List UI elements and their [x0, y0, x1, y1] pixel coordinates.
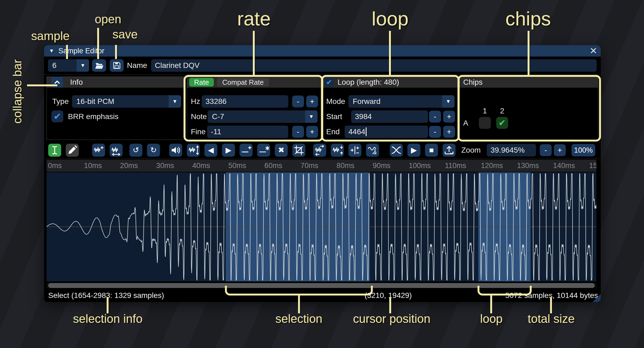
- folder-open-icon: [94, 61, 104, 70]
- type-label: Type: [52, 95, 69, 108]
- amplify-button[interactable]: [169, 144, 182, 157]
- preview-button[interactable]: ▶: [407, 144, 420, 157]
- annotation-box-rate: [184, 75, 323, 142]
- filter-icon: [367, 144, 378, 156]
- crossfade-button[interactable]: [390, 144, 403, 157]
- annotation-line-chips: [528, 31, 529, 77]
- stop-preview-button[interactable]: ■: [425, 144, 438, 157]
- annotation-rate: rate: [237, 8, 271, 30]
- invert-button[interactable]: [331, 144, 344, 157]
- annotation-chips: chips: [505, 8, 551, 30]
- select-mode-button[interactable]: [48, 144, 61, 157]
- draw-mode-button[interactable]: [66, 144, 79, 157]
- annotation-bracket-loop: [478, 286, 532, 296]
- ruler-tick-label: 140ms: [553, 160, 575, 172]
- ruler-tick-label: 150ms: [589, 160, 596, 172]
- normalize-button[interactable]: [187, 144, 200, 157]
- info-section: Info Type 16-bit PCM ▼ ✔ BRR emphasis: [47, 77, 186, 140]
- annotation-open: open: [95, 12, 121, 26]
- info-section-title: Info: [70, 78, 83, 87]
- insert-silence-button[interactable]: [240, 144, 253, 157]
- zoom-input[interactable]: 39.9645%: [487, 144, 536, 156]
- sample-name-value: Clarinet DQV: [155, 61, 200, 70]
- resize-grip[interactable]: [593, 294, 601, 302]
- redo-button[interactable]: ↻: [147, 144, 160, 157]
- silence-plus-icon: [240, 144, 252, 156]
- cross-icon: ✖: [278, 146, 284, 154]
- trim-button[interactable]: [292, 144, 305, 157]
- annotation-collapse-bar: collapse bar: [11, 59, 24, 123]
- save-button[interactable]: [110, 59, 124, 72]
- open-button[interactable]: [92, 59, 106, 72]
- wave-invert-icon: [331, 144, 343, 156]
- ruler-tick-label: 60ms: [264, 160, 282, 172]
- floppy-disk-icon: [112, 61, 122, 70]
- annotation-cursor-position: cursor position: [353, 312, 430, 326]
- ruler-tick-label: 30ms: [156, 160, 174, 172]
- stop-icon: ■: [429, 146, 434, 154]
- fade-out-button[interactable]: ▶: [222, 144, 235, 157]
- annotation-line-loop: [389, 31, 391, 77]
- type-dropdown-value: 16-bit PCM: [76, 95, 114, 108]
- window-titlebar[interactable]: ▼ Sample Editor ×: [44, 45, 601, 57]
- wave-plus-icon: [93, 144, 104, 156]
- filter-button[interactable]: [366, 144, 379, 157]
- type-dropdown[interactable]: 16-bit PCM ▼: [72, 95, 181, 108]
- ruler-tick-label: 90ms: [373, 160, 391, 172]
- annotation-line-collapse-bar: [27, 84, 57, 86]
- annotation-line-selection: [298, 295, 300, 313]
- annotation-total-size: total size: [528, 312, 575, 326]
- resize-button[interactable]: [92, 144, 105, 157]
- sign-icon: [349, 144, 361, 156]
- sample-toolbar: Zoom 39.9645% - + 100% ↺↻◀▶✖▶■: [44, 142, 601, 158]
- fade-in-button[interactable]: ◀: [204, 144, 217, 157]
- wave-reverse-icon: [314, 144, 326, 156]
- close-icon[interactable]: ×: [590, 45, 597, 57]
- chevron-down-icon[interactable]: ▼: [169, 95, 181, 108]
- delete-button[interactable]: ✖: [275, 144, 288, 157]
- sample-selector[interactable]: 6 ▼: [48, 59, 89, 72]
- ruler-tick-label: 110ms: [445, 160, 466, 172]
- crop-icon: [293, 144, 305, 156]
- zoom-reset-button[interactable]: 100%: [571, 144, 595, 156]
- sample-name-input[interactable]: Clarinet DQV: [151, 59, 597, 72]
- zoom-value: 39.9645%: [491, 146, 525, 155]
- waveform-view[interactable]: [47, 172, 596, 281]
- apply-silence-button[interactable]: [257, 144, 270, 157]
- ruler-tick-label: 70ms: [300, 160, 318, 172]
- brr-emphasis-checkbox[interactable]: ✔: [51, 110, 63, 122]
- annotation-save: save: [113, 28, 138, 41]
- upload-icon: [443, 144, 455, 156]
- ruler-tick-label: 80ms: [336, 160, 354, 172]
- fade-out-icon: ▶: [225, 146, 231, 154]
- silence-star-icon: [258, 144, 270, 156]
- sample-selector-value: 6: [52, 59, 57, 72]
- brr-emphasis-label: BRR emphasis: [68, 110, 119, 123]
- chevron-down-icon[interactable]: ▼: [77, 59, 89, 72]
- pencil-icon: [66, 144, 78, 156]
- annotation-line-selection-info: [107, 297, 109, 313]
- redo-icon: ↻: [150, 146, 156, 154]
- ruler-tick-label: 20ms: [120, 160, 138, 172]
- ruler-tick-label: 40ms: [192, 160, 210, 172]
- annotation-line-sample: [66, 45, 68, 59]
- annotation-line-rate: [253, 31, 255, 77]
- zoom-out-button[interactable]: -: [540, 144, 552, 156]
- reverse-button[interactable]: [313, 144, 326, 157]
- undo-button[interactable]: ↺: [129, 144, 142, 157]
- resample-button[interactable]: [110, 144, 123, 157]
- annotation-selection-info: selection info: [73, 312, 143, 326]
- zoom-label: Zoom: [461, 144, 481, 157]
- collapse-window-icon[interactable]: ▼: [49, 48, 54, 54]
- timeline-ruler[interactable]: 0ms10ms20ms30ms40ms50ms60ms70ms80ms90ms1…: [47, 160, 596, 172]
- annotation-bracket-selection: [225, 286, 373, 296]
- play-icon: ▶: [411, 146, 417, 154]
- zoom-in-button[interactable]: +: [554, 144, 566, 156]
- wave-updown-icon: [187, 144, 199, 156]
- sign-button[interactable]: [348, 144, 361, 157]
- annotation-line-open: [97, 28, 99, 59]
- ibeam-icon: [49, 144, 61, 156]
- export-button[interactable]: [443, 144, 456, 157]
- crossfade-icon: [390, 144, 402, 156]
- desktop-background: ▼ Sample Editor × 6 ▼ Name Clarinet DQV …: [0, 0, 644, 348]
